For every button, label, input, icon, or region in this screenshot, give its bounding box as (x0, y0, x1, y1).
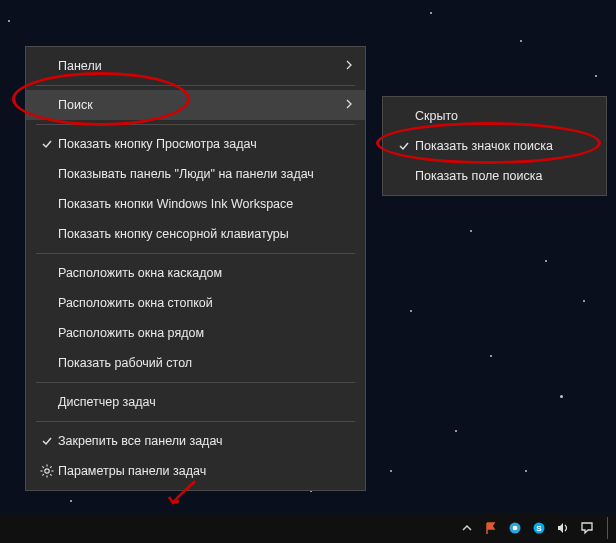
show-desktop-strip[interactable] (607, 517, 610, 539)
star (595, 75, 597, 77)
menu-separator (36, 253, 355, 254)
star (455, 430, 457, 432)
star (70, 500, 72, 502)
menu-separator (36, 124, 355, 125)
svg-line-6 (50, 474, 51, 475)
submenu-item-show-search-icon[interactable]: Показать значок поиска (383, 131, 606, 161)
menu-item-people-bar[interactable]: Показывать панель "Люди" на панели задач (26, 159, 365, 189)
taskbar: S (0, 513, 616, 543)
menu-separator (36, 421, 355, 422)
star (470, 230, 472, 232)
submenu-item-hidden[interactable]: Скрыто (383, 101, 606, 131)
menu-item-label: Скрыто (415, 109, 594, 123)
menu-separator (36, 85, 355, 86)
menu-item-label: Показать кнопку сенсорной клавиатуры (58, 227, 353, 241)
check-icon (36, 435, 58, 447)
menu-item-search[interactable]: Поиск (26, 90, 365, 120)
submenu-arrow-icon (343, 98, 353, 112)
svg-line-8 (50, 466, 51, 467)
menu-item-label: Расположить окна стопкой (58, 296, 353, 310)
menu-item-toolbars[interactable]: Панели (26, 51, 365, 81)
menu-item-label: Панели (58, 59, 343, 73)
menu-item-label: Показать значок поиска (415, 139, 594, 153)
svg-point-0 (45, 469, 49, 473)
menu-item-label: Показать рабочий стол (58, 356, 353, 370)
star (525, 470, 527, 472)
menu-item-touch-keyboard[interactable]: Показать кнопку сенсорной клавиатуры (26, 219, 365, 249)
tray-skype-icon[interactable]: S (531, 520, 547, 536)
tray-browser-globe-icon[interactable] (507, 520, 523, 536)
tray-volume-icon[interactable] (555, 520, 571, 536)
star (390, 470, 392, 472)
star (8, 20, 10, 22)
svg-point-10 (513, 526, 518, 531)
tray-flag-icon[interactable] (483, 520, 499, 536)
svg-line-7 (42, 474, 43, 475)
svg-text:S: S (536, 524, 542, 533)
menu-item-task-view-button[interactable]: Показать кнопку Просмотра задач (26, 129, 365, 159)
menu-item-label: Показать кнопку Просмотра задач (58, 137, 353, 151)
gear-icon (36, 464, 58, 478)
check-icon (36, 138, 58, 150)
tray-action-center-icon[interactable] (579, 520, 595, 536)
menu-item-label: Показывать панель "Люди" на панели задач (58, 167, 353, 181)
menu-item-cascade-windows[interactable]: Расположить окна каскадом (26, 258, 365, 288)
menu-item-label: Показать поле поиска (415, 169, 594, 183)
submenu-item-show-search-box[interactable]: Показать поле поиска (383, 161, 606, 191)
menu-item-label: Расположить окна каскадом (58, 266, 353, 280)
menu-item-task-manager[interactable]: Диспетчер задач (26, 387, 365, 417)
menu-item-taskbar-settings[interactable]: Параметры панели задач (26, 456, 365, 486)
menu-item-label: Показать кнопки Windows Ink Workspace (58, 197, 353, 211)
star (545, 260, 547, 262)
menu-item-lock-taskbars[interactable]: Закрепить все панели задач (26, 426, 365, 456)
menu-item-label: Поиск (58, 98, 343, 112)
star (490, 355, 492, 357)
menu-separator (36, 382, 355, 383)
menu-item-show-desktop[interactable]: Показать рабочий стол (26, 348, 365, 378)
menu-item-side-by-side-windows[interactable]: Расположить окна рядом (26, 318, 365, 348)
menu-item-label: Диспетчер задач (58, 395, 353, 409)
menu-item-ink-workspace[interactable]: Показать кнопки Windows Ink Workspace (26, 189, 365, 219)
svg-line-5 (42, 466, 43, 467)
menu-item-stack-windows[interactable]: Расположить окна стопкой (26, 288, 365, 318)
menu-item-label: Расположить окна рядом (58, 326, 353, 340)
search-submenu: Скрыто Показать значок поиска Показать п… (382, 96, 607, 196)
check-icon (393, 140, 415, 152)
tray-overflow-chevron-icon[interactable] (459, 520, 475, 536)
star (560, 395, 563, 398)
submenu-arrow-icon (343, 59, 353, 73)
menu-item-label: Параметры панели задач (58, 464, 353, 478)
taskbar-context-menu: Панели Поиск Показать кнопку Просмотра з… (25, 46, 366, 491)
star (583, 300, 585, 302)
menu-item-label: Закрепить все панели задач (58, 434, 353, 448)
star (410, 310, 412, 312)
star (520, 40, 522, 42)
star (430, 12, 432, 14)
